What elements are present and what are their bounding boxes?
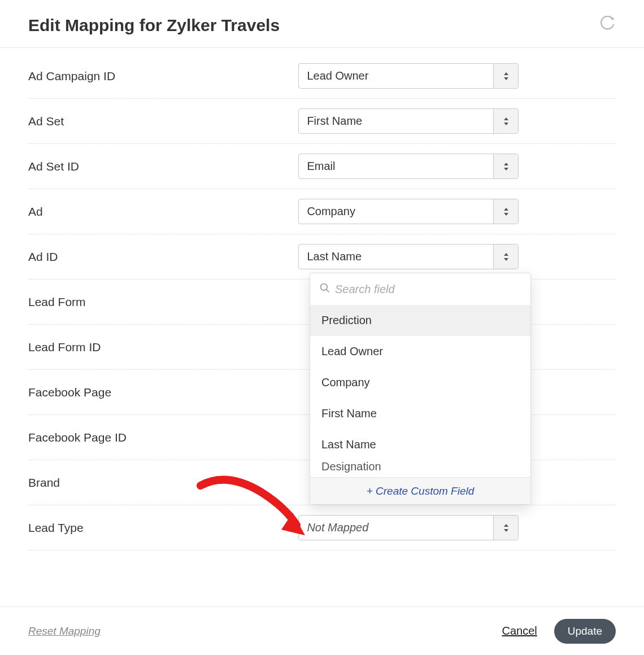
chevron-updown-icon bbox=[493, 516, 518, 540]
dropdown-option[interactable]: First Name bbox=[310, 398, 530, 429]
select-value: Email bbox=[299, 160, 493, 173]
dropdown-option[interactable]: Company bbox=[310, 367, 530, 398]
mapping-select[interactable]: Last Name bbox=[298, 244, 519, 269]
field-label: Ad Set ID bbox=[28, 160, 298, 173]
svg-marker-10 bbox=[504, 524, 508, 527]
mapping-select[interactable]: First Name bbox=[298, 108, 519, 134]
svg-marker-3 bbox=[504, 123, 508, 125]
select-value: Last Name bbox=[299, 250, 493, 263]
field-label: Brand bbox=[28, 476, 298, 490]
svg-marker-11 bbox=[504, 529, 508, 532]
svg-marker-5 bbox=[504, 168, 508, 171]
create-custom-field-link[interactable]: + Create Custom Field bbox=[310, 477, 530, 504]
field-label: Lead Form ID bbox=[28, 340, 298, 354]
cancel-button[interactable]: Cancel bbox=[502, 625, 537, 637]
field-label: Facebook Page bbox=[28, 386, 298, 399]
field-label: Lead Form bbox=[28, 295, 298, 309]
svg-marker-2 bbox=[504, 117, 508, 120]
svg-marker-1 bbox=[504, 77, 508, 80]
select-value: First Name bbox=[299, 115, 493, 128]
chevron-updown-icon bbox=[493, 244, 518, 269]
svg-line-13 bbox=[327, 290, 329, 292]
dropdown-list: Prediction Lead Owner Company First Name… bbox=[310, 305, 530, 477]
field-label: Facebook Page ID bbox=[28, 431, 298, 444]
chevron-updown-icon bbox=[493, 64, 518, 88]
field-label: Lead Type bbox=[28, 521, 298, 535]
mapping-row: Ad Company bbox=[28, 189, 616, 234]
svg-marker-8 bbox=[504, 253, 508, 256]
mapping-row: Ad Set ID Email bbox=[28, 144, 616, 189]
field-label: Ad Campaign ID bbox=[28, 69, 298, 83]
dropdown-option[interactable]: Lead Owner bbox=[310, 336, 530, 367]
mapping-row: Ad Campaign ID Lead Owner bbox=[28, 54, 616, 99]
select-value: Not Mapped bbox=[299, 521, 493, 534]
refresh-icon[interactable] bbox=[599, 16, 616, 35]
search-input[interactable] bbox=[335, 283, 521, 296]
mapping-select[interactable]: Lead Owner bbox=[298, 63, 519, 89]
svg-marker-9 bbox=[504, 258, 508, 261]
svg-marker-6 bbox=[504, 208, 508, 211]
mapping-row: Ad Set First Name bbox=[28, 99, 616, 144]
svg-marker-4 bbox=[504, 163, 508, 165]
mapping-row: Lead Type Not Mapped bbox=[28, 505, 616, 551]
field-label: Ad ID bbox=[28, 250, 298, 264]
search-icon bbox=[319, 282, 330, 296]
dialog-footer: Reset Mapping Cancel Update bbox=[0, 606, 644, 655]
chevron-updown-icon bbox=[493, 154, 518, 178]
dropdown-option[interactable]: Last Name bbox=[310, 429, 530, 460]
dialog-header: Edit Mapping for Zylker Travels bbox=[0, 0, 644, 48]
field-label: Ad Set bbox=[28, 115, 298, 128]
mapping-select[interactable]: Company bbox=[298, 199, 519, 224]
chevron-updown-icon bbox=[493, 199, 518, 224]
page-title: Edit Mapping for Zylker Travels bbox=[28, 16, 280, 35]
field-dropdown: Prediction Lead Owner Company First Name… bbox=[310, 273, 531, 505]
chevron-updown-icon bbox=[493, 109, 518, 133]
select-value: Company bbox=[299, 205, 493, 218]
mapping-select[interactable]: Not Mapped bbox=[298, 515, 519, 540]
svg-point-12 bbox=[321, 284, 328, 291]
svg-marker-7 bbox=[504, 213, 508, 216]
dropdown-option[interactable]: Prediction bbox=[310, 305, 530, 336]
select-value: Lead Owner bbox=[299, 69, 493, 82]
dropdown-search-row bbox=[310, 273, 530, 305]
svg-marker-0 bbox=[504, 72, 508, 75]
dropdown-option[interactable]: Designation bbox=[310, 460, 530, 477]
reset-mapping-link[interactable]: Reset Mapping bbox=[28, 625, 101, 637]
field-label: Ad bbox=[28, 205, 298, 219]
mapping-select[interactable]: Email bbox=[298, 154, 519, 179]
update-button[interactable]: Update bbox=[554, 619, 616, 644]
